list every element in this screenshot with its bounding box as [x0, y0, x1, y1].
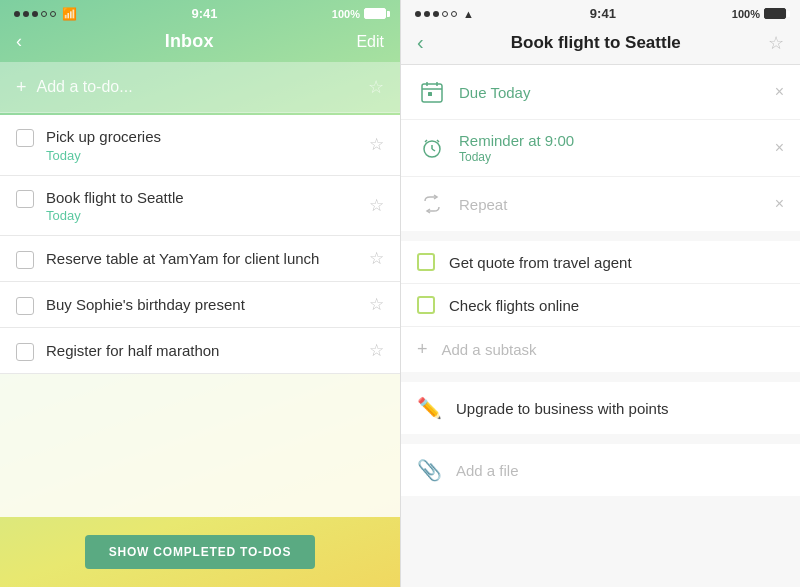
detail-content: Due Today × Reminder at 9:00	[401, 65, 800, 587]
todo-title-0: Pick up groceries	[46, 127, 161, 147]
add-todo-label: Add a to-do...	[37, 78, 133, 96]
add-icon: +	[16, 77, 27, 98]
note-row[interactable]: ✏️ Upgrade to business with points	[401, 382, 800, 434]
nav-bar-right: ‹ Book flight to Seattle ☆	[401, 25, 800, 65]
due-today-row[interactable]: Due Today ×	[401, 65, 800, 120]
subtask-checkbox-1[interactable]	[417, 296, 435, 314]
battery-percent-left: 100%	[332, 8, 360, 20]
reminder-close[interactable]: ×	[775, 139, 784, 157]
status-icons-left: 100%	[332, 8, 386, 20]
battery-percent-right: 100%	[732, 8, 760, 20]
todo-star-0[interactable]: ☆	[369, 134, 384, 155]
nav-bar-left: ‹ Inbox Edit	[0, 25, 400, 62]
dot-r3	[433, 11, 439, 17]
add-todo-star[interactable]: ☆	[368, 76, 384, 98]
show-completed-button[interactable]: SHOW COMPLETED TO-DOS	[85, 535, 316, 569]
subtask-checkbox-0[interactable]	[417, 253, 435, 271]
subtasks-section: Get quote from travel agent Check flight…	[401, 241, 800, 372]
svg-rect-4	[428, 92, 432, 96]
reminder-row[interactable]: Reminder at 9:00 Today ×	[401, 120, 800, 177]
dot-r5	[451, 11, 457, 17]
time-left: 9:41	[191, 6, 217, 21]
dot-r4	[442, 11, 448, 17]
add-file-label: Add a file	[456, 462, 519, 479]
detail-title: Book flight to Seattle	[511, 33, 681, 53]
todo-item-left-1: Book flight to Seattle Today	[16, 188, 369, 224]
edit-button[interactable]: Edit	[356, 33, 384, 51]
notes-section: ✏️ Upgrade to business with points	[401, 382, 800, 434]
add-file-row[interactable]: 📎 Add a file	[401, 444, 800, 496]
todo-sub-1: Today	[46, 208, 184, 223]
todo-checkbox-0[interactable]	[16, 129, 34, 147]
subtask-row[interactable]: Check flights online	[401, 284, 800, 327]
todo-item[interactable]: Book flight to Seattle Today ☆	[0, 176, 400, 237]
file-section: 📎 Add a file	[401, 444, 800, 496]
status-bar-right: ▲ 9:41 100%	[401, 0, 800, 25]
reminder-label: Reminder at 9:00	[459, 132, 775, 149]
due-today-label: Due Today	[459, 84, 775, 101]
add-subtask-row[interactable]: + Add a subtask	[401, 327, 800, 372]
todo-checkbox-3[interactable]	[16, 297, 34, 315]
todo-item-left-2: Reserve table at YamYam for client lunch	[16, 249, 369, 269]
inbox-title: Inbox	[165, 31, 214, 52]
todo-text-group-4: Register for half marathon	[46, 341, 219, 361]
repeat-label: Repeat	[459, 196, 775, 213]
todo-star-1[interactable]: ☆	[369, 195, 384, 216]
todo-title-1: Book flight to Seattle	[46, 188, 184, 208]
dot4	[41, 11, 47, 17]
repeat-row[interactable]: Repeat ×	[401, 177, 800, 231]
subtask-row[interactable]: Get quote from travel agent	[401, 241, 800, 284]
dot5	[50, 11, 56, 17]
todo-title-4: Register for half marathon	[46, 341, 219, 361]
todo-text-group-3: Buy Sophie's birthday present	[46, 295, 245, 315]
show-completed-section: SHOW COMPLETED TO-DOS	[0, 517, 400, 587]
todo-sub-0: Today	[46, 148, 161, 163]
subtask-text-1: Check flights online	[449, 297, 579, 314]
dot-r2	[424, 11, 430, 17]
repeat-icon	[417, 189, 447, 219]
paperclip-icon: 📎	[417, 458, 442, 482]
todo-item[interactable]: Pick up groceries Today ☆	[0, 115, 400, 176]
todo-list: Pick up groceries Today ☆ Book flight to…	[0, 115, 400, 517]
svg-line-8	[425, 140, 427, 142]
todo-item-left-4: Register for half marathon	[16, 341, 369, 361]
add-todo-left: + Add a to-do...	[16, 77, 133, 98]
todo-item[interactable]: Register for half marathon ☆	[0, 328, 400, 374]
add-subtask-label: Add a subtask	[442, 341, 537, 358]
subtask-text-0: Get quote from travel agent	[449, 254, 632, 271]
dot1	[14, 11, 20, 17]
todo-item[interactable]: Reserve table at YamYam for client lunch…	[0, 236, 400, 282]
repeat-close[interactable]: ×	[775, 195, 784, 213]
todo-item[interactable]: Buy Sophie's birthday present ☆	[0, 282, 400, 328]
todo-checkbox-1[interactable]	[16, 190, 34, 208]
back-button-right[interactable]: ‹	[417, 31, 424, 54]
left-panel: 📶 9:41 100% ‹ Inbox Edit + Add a to-do..…	[0, 0, 400, 587]
repeat-text: Repeat	[459, 196, 775, 213]
status-icons-right: 100%	[732, 8, 786, 20]
svg-line-9	[437, 140, 439, 142]
dot3	[32, 11, 38, 17]
signal-dots-right: ▲	[415, 8, 474, 20]
due-today-text: Due Today	[459, 84, 775, 101]
todo-star-3[interactable]: ☆	[369, 294, 384, 315]
todo-star-4[interactable]: ☆	[369, 340, 384, 361]
todo-text-group-2: Reserve table at YamYam for client lunch	[46, 249, 319, 269]
svg-line-7	[432, 149, 435, 151]
todo-star-2[interactable]: ☆	[369, 248, 384, 269]
todo-title-2: Reserve table at YamYam for client lunch	[46, 249, 319, 269]
bookmark-button[interactable]: ☆	[768, 32, 784, 54]
note-text: Upgrade to business with points	[456, 400, 669, 417]
due-today-close[interactable]: ×	[775, 83, 784, 101]
calendar-icon	[417, 77, 447, 107]
battery-icon-right	[764, 8, 786, 19]
signal-dots-left: 📶	[14, 7, 77, 21]
wifi-icon-right: ▲	[463, 8, 474, 20]
dot-r1	[415, 11, 421, 17]
wifi-icon-left: 📶	[62, 7, 77, 21]
add-todo-row[interactable]: + Add a to-do... ☆	[0, 62, 400, 113]
todo-checkbox-4[interactable]	[16, 343, 34, 361]
back-button-left[interactable]: ‹	[16, 31, 22, 52]
reminder-text: Reminder at 9:00 Today	[459, 132, 775, 164]
todo-checkbox-2[interactable]	[16, 251, 34, 269]
dot2	[23, 11, 29, 17]
